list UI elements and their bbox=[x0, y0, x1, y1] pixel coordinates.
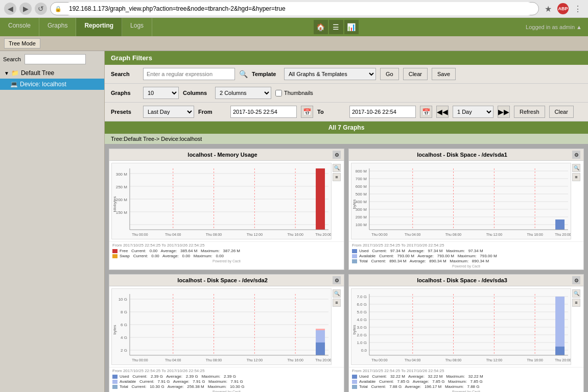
thumbnails-text: Thumbnails bbox=[284, 90, 313, 96]
graph-side-icons-sda2: 🔍 ≡ bbox=[332, 288, 342, 365]
logged-in-label: Logged in as admin ▲ bbox=[520, 22, 588, 32]
refresh-button[interactable]: Refresh bbox=[514, 106, 545, 118]
chart-icon-btn[interactable]: 📊 bbox=[344, 20, 359, 34]
svg-text:Thu 16:00: Thu 16:00 bbox=[527, 233, 543, 236]
graph-body-sda1: 800 M 700 M 600 M 500 M 400 M 300 M 200 … bbox=[349, 161, 583, 241]
clear-button[interactable]: Clear bbox=[403, 68, 428, 80]
forward-button[interactable]: ▶ bbox=[19, 3, 32, 15]
svg-text:200 M: 200 M bbox=[116, 198, 127, 202]
sidebar-search-input[interactable] bbox=[25, 54, 86, 64]
reload-button[interactable]: ↺ bbox=[35, 3, 47, 15]
svg-text:kilobytes: kilobytes bbox=[112, 196, 117, 212]
graph-legend-sda2: From 2017/10/25 22:54:25 To 2017/10/26 2… bbox=[109, 367, 344, 392]
graph-list-icon-sda3[interactable]: ≡ bbox=[572, 299, 580, 307]
legend-text-avail-sda2: Available Current: 7.91 G Average: 7.91 … bbox=[120, 379, 243, 384]
clear-filters-button[interactable]: Clear bbox=[549, 106, 574, 118]
tree-mode-button[interactable]: Tree Mode bbox=[4, 38, 40, 48]
legend-text-used-sda2: Used Current: 2.39 G Average: 2.39 G Max… bbox=[120, 374, 236, 379]
menu-icon-btn[interactable]: ☰ bbox=[329, 20, 343, 34]
graph-settings-btn-sda2[interactable]: ⚙ bbox=[333, 276, 341, 284]
home-icon-btn[interactable]: 🏠 bbox=[314, 20, 328, 34]
legend-color-avail bbox=[352, 254, 357, 258]
svg-text:Thu 12:00: Thu 12:00 bbox=[486, 358, 503, 362]
svg-text:500 M: 500 M bbox=[356, 192, 367, 197]
svg-text:7.0 G: 7.0 G bbox=[357, 295, 367, 299]
graph-chart-sda2: 10 G 8 G 6 G 4 G 2 G Thu bbox=[111, 288, 332, 365]
legend-row-free: Free Current: 0.00 Average: 385.64 M Max… bbox=[112, 249, 341, 253]
svg-text:0.0: 0.0 bbox=[361, 348, 367, 353]
graphs-filter-select[interactable]: 10 20 50 bbox=[143, 87, 179, 99]
graphs-filter-label: Graphs bbox=[111, 90, 139, 96]
graph-title-memory: localhost - Memory Usage bbox=[112, 152, 333, 158]
legend-color-total-sda3 bbox=[352, 385, 357, 389]
svg-rect-13 bbox=[316, 168, 325, 230]
menu-button[interactable]: ⋮ bbox=[572, 3, 584, 15]
next-interval-button[interactable]: ▶▶ bbox=[498, 106, 510, 118]
graph-zoom-icon-sda2[interactable]: 🔍 bbox=[333, 289, 341, 298]
tree-root-item[interactable]: ▼ 📁 Default Tree bbox=[0, 67, 104, 79]
svg-text:Thu 16:00: Thu 16:00 bbox=[527, 358, 543, 362]
go-button[interactable]: Go bbox=[380, 68, 399, 80]
svg-text:100 M: 100 M bbox=[356, 223, 367, 227]
graph-list-icon-sda1[interactable]: ≡ bbox=[572, 173, 580, 181]
powered-sda1: Powered by Cacti bbox=[352, 264, 580, 268]
svg-text:6.0 G: 6.0 G bbox=[357, 302, 367, 307]
search-filter-input[interactable] bbox=[143, 68, 235, 80]
graph-side-icons-sda3: 🔍 ≡ bbox=[571, 288, 581, 365]
graph-settings-btn-sda3[interactable]: ⚙ bbox=[572, 276, 580, 284]
prev-interval-button[interactable]: ◀◀ bbox=[436, 106, 449, 118]
tab-console[interactable]: Console bbox=[0, 18, 39, 36]
graph-header-sda3: localhost - Disk Space - /dev/sda3 ⚙ bbox=[349, 275, 583, 286]
graph-settings-btn-sda1[interactable]: ⚙ bbox=[572, 151, 580, 159]
to-date-input[interactable]: 2017-10-26 22:54 bbox=[349, 106, 416, 118]
interval-select[interactable]: 1 Hour 1 Day 1 Week bbox=[453, 106, 493, 118]
date-range-memory: From 2017/10/25 22:54:25 To 2017/10/26 2… bbox=[112, 243, 341, 248]
graph-zoom-icon-sda1[interactable]: 🔍 bbox=[572, 164, 580, 172]
svg-text:3.0 G: 3.0 G bbox=[357, 325, 367, 330]
legend-text-total-sda3: Total Current: 7.88 G Average: 196.17 M … bbox=[359, 384, 480, 389]
tab-graphs[interactable]: Graphs bbox=[39, 18, 76, 36]
svg-text:Thu 08:00: Thu 08:00 bbox=[445, 233, 462, 236]
graph-settings-btn-memory[interactable]: ⚙ bbox=[333, 151, 341, 159]
legend-color-used-sda2 bbox=[112, 375, 117, 379]
thumbnails-checkbox[interactable] bbox=[275, 90, 282, 96]
save-button[interactable]: Save bbox=[432, 68, 456, 80]
legend-text-avail: Available Current: 793.00 M Average: 793… bbox=[359, 254, 497, 258]
from-date-input[interactable]: 2017-10-25 22:54 bbox=[230, 106, 297, 118]
address-bar[interactable] bbox=[64, 2, 534, 15]
filter-row-1: Search 🔍 Template All Graphs & Templates… bbox=[105, 65, 588, 84]
template-filter-select[interactable]: All Graphs & Templates bbox=[284, 68, 376, 80]
graph-chart-sda3: 7.0 G 6.0 G 5.0 G 4.0 G 3.0 G 2.0 G 1.0 … bbox=[351, 288, 571, 365]
graph-list-icon[interactable]: ≡ bbox=[333, 173, 341, 181]
graph-zoom-icon[interactable]: 🔍 bbox=[333, 164, 341, 172]
presets-select[interactable]: Last Day Last Week Last Month bbox=[143, 106, 194, 118]
content-area: Graph Filters Search 🔍 Template All Grap… bbox=[105, 51, 588, 392]
svg-text:250 M: 250 M bbox=[116, 185, 127, 189]
legend-text-used-sda3: Used Current: 32.22 M Average: 32.22 M M… bbox=[359, 374, 483, 379]
legend-row-total-sda2: Total Current: 10.30 G Average: 256.38 M… bbox=[112, 384, 341, 389]
tree-child-item[interactable]: 💻 Device: localhost bbox=[0, 79, 104, 90]
date-range-sda3: From 2017/10/25 22:54:25 To 2017/10/26 2… bbox=[352, 369, 580, 373]
date-range-sda2: From 2017/10/25 22:54:25 To 2017/10/26 2… bbox=[112, 369, 341, 373]
to-calendar-button[interactable]: 📅 bbox=[420, 106, 432, 118]
graph-list-icon-sda2[interactable]: ≡ bbox=[333, 299, 341, 307]
extension-badge: ABP bbox=[557, 3, 569, 14]
tab-reporting[interactable]: Reporting bbox=[76, 18, 122, 36]
graph-title-sda3: localhost - Disk Space - /dev/sda3 bbox=[352, 277, 572, 283]
bookmark-button[interactable]: ★ bbox=[542, 3, 554, 15]
back-button[interactable]: ◀ bbox=[4, 3, 16, 15]
columns-filter-select[interactable]: 1 Column 2 Columns 3 Columns bbox=[215, 87, 271, 99]
tab-logs[interactable]: Logs bbox=[122, 18, 152, 36]
svg-text:4 G: 4 G bbox=[121, 335, 127, 340]
graph-title-sda1: localhost - Disk Space - /dev/sda1 bbox=[352, 152, 572, 158]
tree-path: Tree:Default Tree-> Device:localhost bbox=[105, 134, 588, 144]
svg-text:300 M: 300 M bbox=[116, 172, 127, 177]
svg-rect-100 bbox=[555, 347, 565, 355]
svg-text:8 G: 8 G bbox=[121, 310, 127, 314]
graph-zoom-icon-sda3[interactable]: 🔍 bbox=[572, 289, 580, 298]
svg-text:Thu 20:00: Thu 20:00 bbox=[315, 358, 331, 362]
device-icon: 💻 bbox=[10, 81, 18, 88]
svg-rect-69 bbox=[316, 329, 325, 330]
from-calendar-button[interactable]: 📅 bbox=[301, 106, 313, 118]
svg-text:Thu 08:00: Thu 08:00 bbox=[206, 233, 222, 236]
